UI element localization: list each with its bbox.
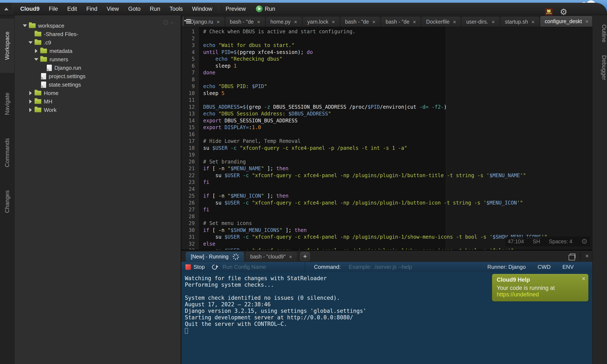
editor-tab-bash---de[interactable]: bash - "de× [225, 17, 265, 27]
new-console-tab-button[interactable]: + [300, 252, 310, 261]
code-line: if [ -n "$MENU_ICON" ]; then [203, 193, 592, 199]
editor-tab-bash---de[interactable]: bash - "de× [381, 17, 421, 27]
line-number: 25 [181, 193, 195, 199]
collapse-menubar-button[interactable] [0, 3, 13, 15]
close-tab-icon[interactable]: × [531, 19, 534, 25]
editor-tab-user-dirs.[interactable]: user-dirs.× [461, 17, 500, 27]
close-tab-icon[interactable]: × [585, 19, 588, 24]
right-tab-debugger[interactable]: Debugger [593, 55, 607, 80]
disclosure-closed-icon[interactable] [28, 108, 33, 112]
disclosure-open-icon[interactable] [34, 58, 39, 61]
tree-item-mh[interactable]: MH [14, 97, 181, 106]
disclosure-closed-icon[interactable] [34, 49, 39, 53]
disclosure-open-icon[interactable] [28, 41, 33, 44]
sidebar-tab-navigate[interactable]: Navigate [0, 86, 14, 122]
toast-link[interactable]: https://undefined [497, 291, 539, 298]
tree-item-state.settings[interactable]: state.settings [14, 80, 181, 89]
workspace-panel: ⚙ workspace-Shared Files-.c9metadatarunn… [14, 15, 181, 364]
editor-tab-Dockerfile[interactable]: Dockerfile× [421, 17, 461, 27]
close-console-icon[interactable]: × [585, 253, 589, 259]
tree-item-.c9[interactable]: .c9 [14, 38, 181, 47]
menu-item-find[interactable]: Find [82, 3, 102, 15]
line-number: 10 [181, 90, 195, 97]
tree-item-work[interactable]: Work [14, 106, 181, 114]
close-tab-icon[interactable]: × [216, 19, 220, 25]
disclosure-closed-icon[interactable] [28, 99, 33, 104]
close-tab-icon[interactable]: × [257, 19, 260, 25]
command-input[interactable] [349, 264, 458, 270]
sidebar-tab-workspace[interactable]: Workspace [0, 19, 14, 73]
toast-close-icon[interactable]: × [582, 275, 585, 282]
close-tab-icon[interactable]: × [453, 19, 456, 25]
terminal-line: Django version 3.2.15, using settings 'g… [185, 308, 592, 314]
preferences-gear-icon[interactable]: ⚙ [560, 8, 567, 16]
editor-tab-label: configure_deskt [545, 18, 582, 25]
right-tab-outline[interactable]: Outline [593, 25, 607, 42]
sidebar-tab-changes[interactable]: Changes [0, 184, 14, 220]
editor-tab-configure_deskt[interactable]: configure_deskt× [540, 16, 594, 27]
tree-item-home[interactable]: Home [14, 89, 181, 97]
bug-report-icon[interactable] [545, 8, 553, 16]
run-label: Run [265, 6, 275, 12]
tree-item-metadata[interactable]: metadata [14, 47, 181, 55]
run-config-input[interactable] [223, 264, 305, 270]
console-tab--new-running[interactable]: [New] - Running [185, 251, 244, 262]
editor-tab-home.py[interactable]: home.py× [265, 17, 302, 27]
run-button[interactable]: Run [251, 3, 280, 15]
env-button[interactable]: ENV [563, 264, 574, 270]
code-line [203, 213, 592, 220]
cwd-button[interactable]: CWD [538, 264, 551, 270]
console-tab-label: bash - "cloud9" [250, 254, 286, 260]
menu-item-edit[interactable]: Edit [63, 3, 82, 15]
line-number: 27 [181, 206, 195, 213]
tree-item-project.settings[interactable]: project.settings [14, 72, 181, 80]
close-tab-icon[interactable]: × [372, 19, 375, 25]
close-tab-icon[interactable]: × [491, 19, 495, 25]
close-tab-icon[interactable]: × [413, 19, 416, 25]
menu-item-cloud9[interactable]: Cloud9 [16, 3, 44, 15]
tree-item-django.run[interactable]: Django.run [14, 64, 181, 72]
line-number: 18 [181, 145, 195, 152]
menu-item-run[interactable]: Run [145, 3, 165, 15]
disclosure-closed-icon[interactable] [28, 91, 33, 95]
editor-pane: Django.ru×bash - "de×home.py×yarn.lock×b… [181, 15, 592, 250]
stop-icon[interactable] [185, 264, 191, 270]
editor-tab-yarn.lock[interactable]: yarn.lock× [303, 17, 340, 27]
tree-item-label: runners [50, 56, 68, 63]
code-editor[interactable]: 1234567891011121314151617181920212223242… [181, 27, 592, 250]
close-tab-icon[interactable]: × [289, 254, 292, 260]
run-toolbar: Stop Command: Runner: Django CWD ENV [181, 262, 592, 272]
menu-item-window[interactable]: Window [187, 3, 217, 15]
spaces-setting[interactable]: Spaces: 4 [549, 238, 572, 245]
tree-item--shared-files-[interactable]: -Shared Files- [14, 30, 181, 38]
tab-list-button[interactable] [183, 17, 183, 26]
sidebar-tab-commands[interactable]: Commands [0, 135, 14, 171]
collapse-arrow-icon [4, 8, 8, 10]
code-line: # Check when DBUS is active and start co… [203, 28, 592, 35]
toolbar-divider [305, 262, 305, 272]
disclosure-open-icon[interactable] [23, 25, 27, 27]
close-tab-icon[interactable]: × [294, 19, 297, 25]
tree-item-runners[interactable]: runners [14, 55, 181, 64]
restart-icon[interactable] [211, 263, 218, 271]
menu-item-goto[interactable]: Goto [123, 3, 145, 15]
preview-label: Preview [225, 6, 246, 12]
preview-button[interactable]: Preview [221, 3, 251, 15]
menu-item-file[interactable]: File [44, 3, 63, 15]
close-tab-icon[interactable]: × [332, 19, 335, 25]
code-line: # Set menu icons [203, 220, 592, 227]
line-number: 22 [181, 172, 195, 179]
stop-label[interactable]: Stop [194, 264, 205, 270]
menu-item-view[interactable]: View [102, 3, 123, 15]
editor-tab-Django.ru[interactable]: Django.ru× [185, 17, 225, 27]
menu-item-tools[interactable]: Tools [165, 3, 187, 15]
folder-icon [29, 23, 36, 28]
syntax-mode[interactable]: SH [533, 238, 540, 245]
editor-tab-startup.sh[interactable]: startup.sh× [500, 17, 540, 27]
status-gear-icon[interactable]: ⚙ [581, 238, 588, 245]
runner-selector[interactable]: Runner: Django [487, 264, 526, 270]
tree-item-workspace[interactable]: workspace [14, 22, 181, 30]
editor-tab-bash---de[interactable]: bash - "de× [340, 17, 380, 27]
console-tab-bash-cloud9-[interactable]: bash - "cloud9"× [245, 251, 297, 262]
maximize-console-icon[interactable] [570, 254, 575, 258]
